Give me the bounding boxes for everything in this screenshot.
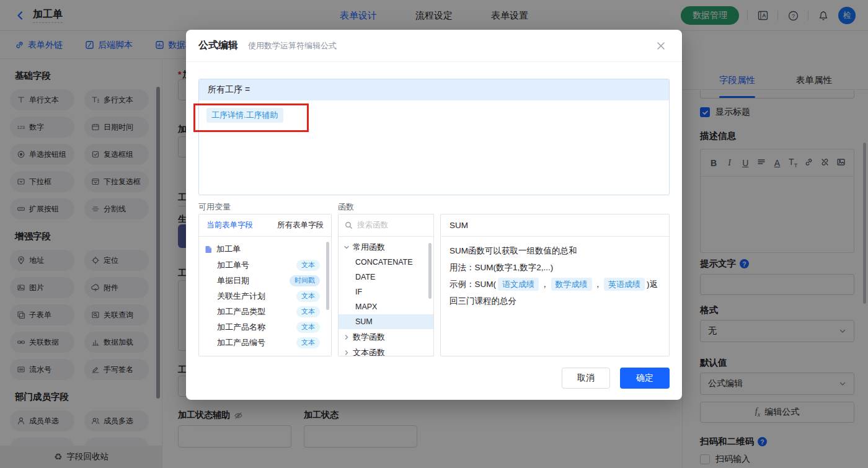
modal-title: 公式编辑	[198, 39, 238, 52]
modal-subtitle: 使用数学运算符编辑公式	[248, 40, 337, 51]
type-badge: 文本	[296, 322, 320, 333]
cancel-button[interactable]: 取消	[562, 368, 610, 389]
variable-item[interactable]: 加工单号文本	[205, 257, 327, 273]
form-file-icon	[205, 245, 213, 254]
function-item-mapx[interactable]: MAPX	[339, 299, 433, 314]
variable-item[interactable]: 单据日期时间戳	[205, 273, 327, 288]
function-name: SUM	[441, 214, 669, 237]
search-icon	[345, 221, 353, 229]
function-group[interactable]: 文本函数	[339, 345, 433, 356]
chevron-down-icon	[343, 244, 350, 250]
modal-header: 公式编辑 使用数学运算符编辑公式	[186, 30, 682, 62]
variables-tab-2[interactable]: 所有表单字段	[277, 220, 324, 231]
type-badge: 时间戳	[290, 275, 320, 286]
functions-section-label: 函数	[338, 201, 354, 213]
variable-item[interactable]: 加工产品编号文本	[205, 335, 327, 350]
formula-editor-box[interactable]: 所有工序 = 工序详情.工序辅助	[198, 79, 670, 195]
variable-item[interactable]: 关联生产计划文本	[205, 288, 327, 304]
function-group[interactable]: 常用函数	[339, 239, 433, 255]
functions-panel: 搜索函数 常用函数CONCATENATEDATEIFMAPXSUM数学函数文本函…	[338, 214, 434, 356]
example-field-chip: 语文成绩	[498, 278, 539, 291]
variables-tab-1[interactable]: 当前表单字段	[206, 220, 253, 231]
type-badge: 文本	[296, 306, 320, 317]
function-description: SUM函数可以获取一组数值的总和 用法：SUM(数字1,数字2,...) 示例：…	[441, 237, 669, 315]
function-item-sum[interactable]: SUM	[339, 314, 433, 329]
app-window: 加工单 表单设计流程设定表单设置 数据管理 A ? 检 表单外链后端脚本数据权 …	[0, 0, 868, 468]
function-item-date[interactable]: DATE	[339, 270, 433, 285]
type-badge: 文本	[296, 260, 320, 271]
function-group[interactable]: 数学函数	[339, 329, 433, 345]
formula-variable-chip[interactable]: 工序详情.工序辅助	[206, 108, 283, 123]
type-badge: 文本	[296, 291, 320, 302]
variable-item[interactable]: 加工产品名称文本	[205, 319, 327, 335]
chevron-right-icon	[343, 334, 350, 340]
close-icon[interactable]	[653, 38, 668, 53]
function-example-line: 示例：SUM(语文成绩，数学成绩，英语成绩)返回三门课程的总分	[450, 276, 660, 309]
confirm-button[interactable]: 确定	[620, 368, 670, 389]
search-placeholder: 搜索函数	[357, 220, 388, 231]
variables-tabs: 当前表单字段所有表单字段	[199, 214, 331, 237]
type-badge: 文本	[296, 337, 320, 348]
example-field-chip: 英语成绩	[604, 278, 645, 291]
example-field-chip: 数学成绩	[551, 278, 592, 291]
variable-tree-root[interactable]: 加工单	[205, 241, 327, 257]
function-item-concatenate[interactable]: CONCATENATE	[339, 255, 433, 270]
functions-scrollbar[interactable]	[428, 243, 432, 299]
variables-section-label: 可用变量	[198, 201, 231, 213]
function-item-if[interactable]: IF	[339, 285, 433, 299]
function-usage-line: 用法：SUM(数字1,数字2,...)	[450, 259, 660, 276]
formula-edit-modal: 公式编辑 使用数学运算符编辑公式 所有工序 = 工序详情.工序辅助 可用变量 函…	[186, 30, 682, 400]
variables-scrollbar[interactable]	[326, 242, 329, 310]
variables-panel: 当前表单字段所有表单字段 加工单加工单号文本单据日期时间戳关联生产计划文本加工产…	[198, 214, 332, 356]
function-search[interactable]: 搜索函数	[339, 214, 433, 237]
function-detail-panel: SUM SUM函数可以获取一组数值的总和 用法：SUM(数字1,数字2,...)…	[440, 214, 670, 356]
variable-item[interactable]: 加工产品类型文本	[205, 304, 327, 319]
function-desc-line: SUM函数可以获取一组数值的总和	[450, 242, 660, 259]
formula-target: 所有工序 =	[199, 79, 669, 100]
chevron-right-icon	[343, 350, 350, 356]
